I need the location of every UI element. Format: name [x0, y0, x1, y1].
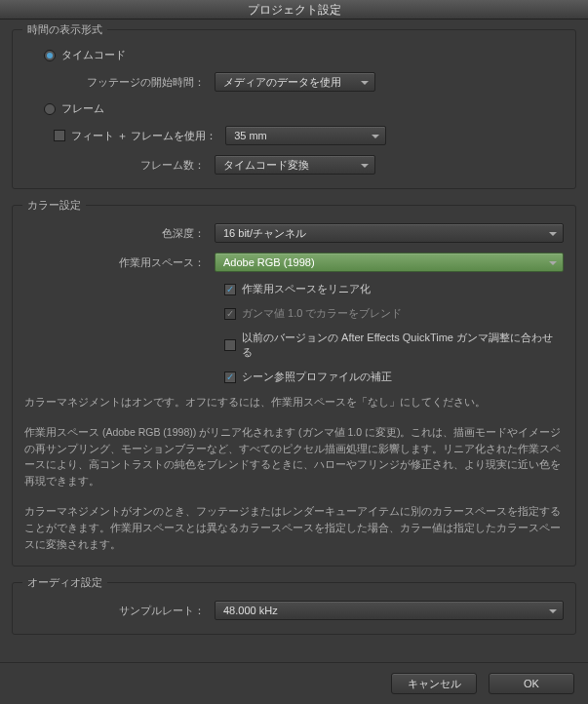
radio-timecode-label: タイムコード	[61, 48, 126, 62]
checkbox-blend-gamma: ✓ ガンマ値 1.0 でカラーをブレンド	[224, 306, 402, 321]
select-sample-rate-value: 48.000 kHz	[223, 605, 278, 616]
group-time-display: 時間の表示形式 タイムコード フッテージの開始時間： メディアのデータを使用 フ…	[12, 29, 576, 189]
help-text-2: 作業用スペース (Adobe RGB (1998)) がリニア化されます (ガン…	[24, 424, 564, 489]
select-depth-value: 16 bit/チャンネル	[223, 226, 306, 241]
cancel-button[interactable]: キャンセル	[391, 673, 477, 694]
check-icon: ✓	[224, 372, 236, 383]
label-sample-rate: サンプルレート：	[24, 604, 215, 618]
group-label-time: 時間の表示形式	[22, 22, 107, 37]
radio-icon	[44, 103, 56, 115]
select-footage-start[interactable]: メディアのデータを使用	[215, 72, 375, 92]
dialog-footer: キャンセル OK	[0, 662, 588, 704]
checkbox-icon	[54, 130, 65, 141]
checkbox-linearize[interactable]: ✓ 作業用スペースをリニア化	[224, 282, 371, 296]
select-feet-frames[interactable]: 35 mm	[225, 126, 386, 145]
radio-frames[interactable]: フレーム	[44, 101, 104, 116]
select-sample-rate[interactable]: 48.000 kHz	[215, 601, 564, 620]
checkbox-feet-frames[interactable]: フィート ＋ フレームを使用：	[54, 129, 216, 143]
label-footage-start: フッテージの開始時間：	[24, 75, 215, 90]
window-title: プロジェクト設定	[0, 0, 588, 20]
group-color-settings: カラー設定 色深度： 16 bit/チャンネル 作業用スペース： Adobe R…	[12, 205, 576, 567]
checkbox-match-legacy[interactable]: 以前のバージョンの After Effects QuickTime ガンマ調整に…	[224, 331, 564, 360]
select-frame-count-value: タイムコード変換	[223, 158, 309, 173]
select-depth[interactable]: 16 bit/チャンネル	[215, 223, 564, 243]
checkbox-linearize-label: 作業用スペースをリニア化	[242, 282, 371, 296]
label-working-space: 作業用スペース：	[24, 255, 215, 270]
check-icon: ✓	[224, 284, 236, 295]
label-frame-count: フレーム数：	[24, 158, 215, 173]
check-icon: ✓	[224, 308, 236, 320]
group-label-audio: オーディオ設定	[22, 575, 107, 590]
checkbox-feet-frames-label: フィート ＋ フレームを使用：	[71, 129, 216, 143]
checkbox-match-legacy-label: 以前のバージョンの After Effects QuickTime ガンマ調整に…	[242, 331, 564, 360]
checkbox-compensate[interactable]: ✓ シーン参照プロファイルの補正	[224, 370, 392, 384]
radio-frames-label: フレーム	[61, 101, 104, 116]
check-icon	[224, 339, 236, 351]
group-label-color: カラー設定	[22, 198, 86, 213]
ok-button[interactable]: OK	[489, 673, 574, 694]
select-feet-frames-value: 35 mm	[234, 130, 267, 141]
radio-icon	[44, 50, 56, 61]
checkbox-compensate-label: シーン参照プロファイルの補正	[242, 370, 392, 384]
select-working-space-value: Adobe RGB (1998)	[223, 256, 315, 268]
help-text-1: カラーマネジメントはオンです。オフにするには、作業用スペースを「なし」にしてくだ…	[24, 394, 564, 411]
select-working-space[interactable]: Adobe RGB (1998)	[215, 253, 564, 272]
group-audio-settings: オーディオ設定 サンプルレート： 48.000 kHz	[12, 582, 576, 635]
radio-timecode[interactable]: タイムコード	[44, 48, 126, 62]
checkbox-blend-gamma-label: ガンマ値 1.0 でカラーをブレンド	[242, 306, 402, 321]
select-frame-count[interactable]: タイムコード変換	[215, 155, 375, 175]
label-depth: 色深度：	[24, 226, 215, 241]
help-text-3: カラーマネジメントがオンのとき、フッテージまたはレンダーキューアイテムに別のカラ…	[24, 503, 564, 552]
select-footage-start-value: メディアのデータを使用	[223, 75, 341, 90]
